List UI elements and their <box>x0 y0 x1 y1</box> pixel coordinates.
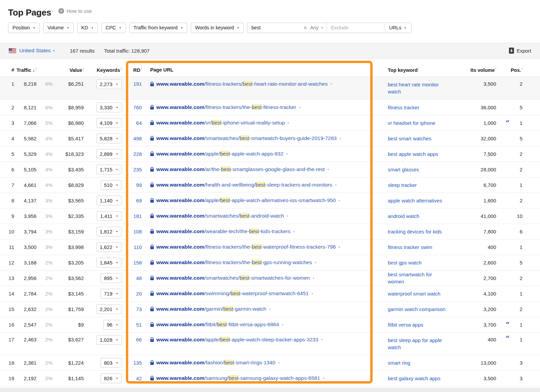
filter-words-in-keyword[interactable]: Words in keyword▼ <box>191 23 244 33</box>
keywords-dropdown[interactable]: 5,828 ▼ <box>97 134 122 143</box>
row-rd[interactable]: 48 <box>122 275 142 281</box>
page-url-link[interactable]: www.wareable.com/wearable-tech/the-best-… <box>156 228 290 234</box>
row-rd[interactable]: 158 <box>122 260 142 265</box>
top-keyword-link[interactable]: smart glasses <box>364 166 449 173</box>
keywords-dropdown[interactable]: 1,812 ▼ <box>97 227 122 236</box>
url-caret-icon[interactable]: ▼ <box>287 215 289 217</box>
row-rd[interactable]: 181 <box>122 213 142 219</box>
clear-icon[interactable]: ✕ <box>303 25 307 30</box>
export-button[interactable]: Export <box>509 48 531 54</box>
keywords-dropdown[interactable]: 1,028 ▼ <box>97 335 122 345</box>
filter-position[interactable]: Position▼ <box>8 23 40 33</box>
url-caret-icon[interactable]: ▼ <box>314 261 317 264</box>
keywords-dropdown[interactable]: 510 ▼ <box>101 180 122 190</box>
row-rd[interactable]: 69 <box>122 198 142 203</box>
filter-cpc[interactable]: CPC▼ <box>101 23 126 33</box>
page-url-link[interactable]: www.wareable.com/fitbit/best-fitbit-vers… <box>156 321 279 328</box>
top-keyword-link[interactable]: waterproof smart watch <box>364 290 449 297</box>
top-keyword-link[interactable]: garmin watch comparison <box>364 306 449 313</box>
url-caret-icon[interactable]: ▼ <box>338 246 341 248</box>
top-keyword-link[interactable]: android watch <box>364 213 449 220</box>
keywords-dropdown[interactable]: 895 ▼ <box>101 273 122 283</box>
keywords-dropdown[interactable]: 1,140 ▼ <box>97 196 122 205</box>
keywords-dropdown[interactable]: 2,201 ▼ <box>97 304 122 314</box>
keywords-dropdown[interactable]: 1,845 ▼ <box>97 258 122 268</box>
top-keyword-link[interactable]: fitness tracker swim <box>364 244 449 251</box>
url-caret-icon[interactable]: ▼ <box>330 83 332 85</box>
page-url-link[interactable]: www.wareable.com/fitness-trackers/the-be… <box>156 244 336 250</box>
keywords-dropdown[interactable]: 719 ▼ <box>101 289 122 299</box>
page-url-link[interactable]: www.wareable.com/fashion/best-smart-ring… <box>156 360 275 366</box>
urls-dropdown[interactable]: URLs▼ <box>384 23 411 33</box>
row-rd[interactable]: 235 <box>122 167 142 172</box>
url-caret-icon[interactable]: ▼ <box>335 184 337 186</box>
url-caret-icon[interactable]: ▼ <box>269 308 271 310</box>
page-url-link[interactable]: www.wareable.com/samsung/best-samsung-ga… <box>156 375 320 381</box>
row-rd[interactable]: 760 <box>122 105 142 110</box>
keywords-dropdown[interactable]: 96 ▼ <box>103 320 122 330</box>
filter-traffic-from-keyword[interactable]: Traffic from keyword▼ <box>129 23 187 33</box>
row-rd[interactable]: 110 <box>122 244 142 250</box>
row-rd[interactable]: 135 <box>122 360 142 366</box>
match-mode-dropdown[interactable]: Any▼ <box>310 25 323 30</box>
keywords-dropdown[interactable]: 1,411 ▼ <box>97 211 122 221</box>
url-caret-icon[interactable]: ▼ <box>293 230 295 233</box>
keywords-dropdown[interactable]: 826 ▼ <box>101 373 122 383</box>
col-traffic[interactable]: Traffic ↓i <box>14 67 36 73</box>
url-caret-icon[interactable]: ▼ <box>327 168 329 171</box>
url-caret-icon[interactable]: ▼ <box>311 292 314 295</box>
top-keyword-link[interactable]: best sleep app for apple watch <box>364 337 449 351</box>
row-rd[interactable]: 228 <box>122 151 142 157</box>
url-caret-icon[interactable]: ▼ <box>278 362 280 364</box>
top-keyword-link[interactable]: best smart watches <box>364 135 449 142</box>
row-rd[interactable]: 73 <box>122 306 142 312</box>
keywords-dropdown[interactable]: 2,899 ▼ <box>97 149 122 159</box>
how-to-use[interactable]: ? How to use <box>58 8 92 14</box>
url-caret-icon[interactable]: ▼ <box>287 122 290 124</box>
top-keyword-link[interactable]: sleep tracker <box>364 181 449 189</box>
row-rd[interactable]: 20 <box>122 291 142 297</box>
keyword-input[interactable]: best <box>251 25 300 30</box>
url-caret-icon[interactable]: ▼ <box>339 137 341 140</box>
row-rd[interactable]: 42 <box>122 375 142 381</box>
keywords-dropdown[interactable]: 3,330 ▼ <box>97 103 122 112</box>
keywords-dropdown[interactable]: 2,273 ▼ <box>97 79 122 89</box>
url-caret-icon[interactable]: ▼ <box>338 199 341 202</box>
page-url-link[interactable]: www.wareable.com/swimming/best-waterproo… <box>156 290 309 297</box>
row-rd[interactable]: 191 <box>122 81 142 87</box>
top-keyword-link[interactable]: best galaxy watch apps <box>364 375 449 382</box>
page-url-link[interactable]: www.wareable.com/ar/the-best-smartglasse… <box>156 166 325 172</box>
page-url-link[interactable]: www.wareable.com/health-and-wellbeing/be… <box>156 182 332 188</box>
keywords-dropdown[interactable]: 1,622 ▼ <box>97 242 122 252</box>
filter-volume[interactable]: Volume▼ <box>43 23 74 33</box>
top-keyword-link[interactable]: best gps watch <box>364 259 449 266</box>
url-caret-icon[interactable]: ▼ <box>281 324 284 326</box>
page-url-link[interactable]: www.wareable.com/apple/best-apple-watch-… <box>156 151 284 157</box>
top-keyword-link[interactable]: best heart rate monitor watch <box>364 81 449 95</box>
top-keyword-link[interactable]: fitbit versa apps <box>364 321 449 328</box>
row-rd[interactable]: 64 <box>122 120 142 126</box>
exclude-input[interactable]: Exclude <box>327 23 384 33</box>
top-keyword-link[interactable]: best apple watch apps <box>364 150 449 158</box>
keywords-dropdown[interactable]: 4,109 ▼ <box>97 118 122 128</box>
top-keyword-link[interactable]: smart ring <box>364 359 449 366</box>
page-url-link[interactable]: www.wareable.com/apple/best-apple-watch-… <box>156 337 318 343</box>
page-url-link[interactable]: www.wareable.com/smartwatches/best-smart… <box>156 275 310 281</box>
page-url-link[interactable]: www.wareable.com/fitness-trackers/the-be… <box>156 259 312 265</box>
row-rd[interactable]: 108 <box>122 229 142 234</box>
url-caret-icon[interactable]: ▼ <box>322 377 325 380</box>
filter-kd[interactable]: KD▼ <box>77 23 98 33</box>
page-url-link[interactable]: www.wareable.com/smartwatches/best-andro… <box>156 213 284 219</box>
row-rd[interactable]: 498 <box>122 136 142 141</box>
url-caret-icon[interactable]: ▼ <box>321 338 323 341</box>
top-keyword-link[interactable]: vr headset for iphone <box>364 119 449 127</box>
url-caret-icon[interactable]: ▼ <box>286 153 288 155</box>
keywords-dropdown[interactable]: 1,715 ▼ <box>97 165 122 174</box>
top-keyword-link[interactable]: fitness tracker <box>364 104 449 111</box>
top-keyword-link[interactable]: apple watch alternatives <box>364 197 449 204</box>
url-caret-icon[interactable]: ▼ <box>299 106 301 109</box>
keywords-dropdown[interactable]: 803 ▼ <box>101 358 122 368</box>
top-keyword-link[interactable]: tracking devices for kids <box>364 228 449 235</box>
page-url-link[interactable]: www.wareable.com/smartwatches/best-smart… <box>156 135 336 141</box>
row-rd[interactable]: 51 <box>122 322 142 328</box>
